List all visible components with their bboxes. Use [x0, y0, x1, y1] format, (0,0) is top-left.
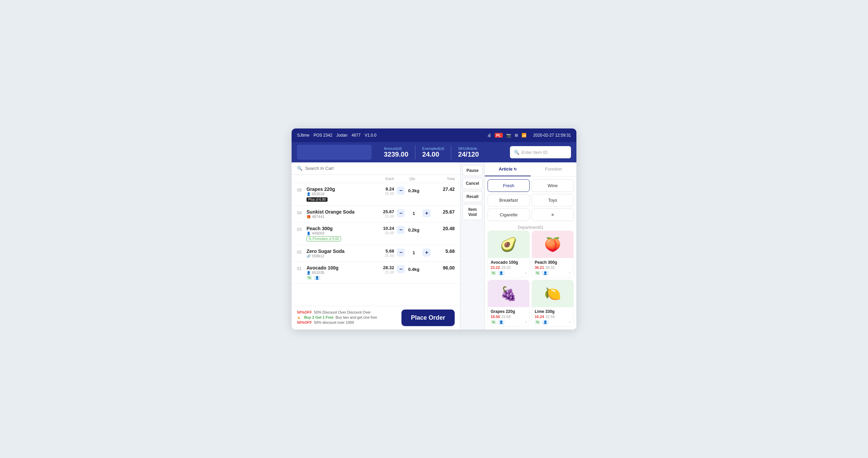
article-btn-breakfast[interactable]: Breakfast: [488, 194, 530, 206]
top-bar-icons: 🖨 PL 📷 ⊞ 📶: [487, 133, 527, 138]
promo-item: ▲Buy 2 Get 1 Free Buy two and get one fr…: [297, 315, 397, 319]
version-label: V1.0.0: [364, 133, 376, 138]
promo-tag: 50%OFF: [297, 320, 312, 324]
col-name-header: [297, 177, 370, 181]
promo-tag: Buy 2 Get 1 Free: [304, 315, 334, 319]
table-row: 01 Avocado 100g 👤 651535 % 👤 28.32 25.00…: [292, 262, 460, 284]
badge-person: 👤: [498, 320, 505, 324]
chevron-right-icon: ›: [525, 320, 527, 324]
item-number: 04: [297, 209, 304, 215]
price-orig: 22.68: [501, 315, 511, 319]
item-sku: 🔗 558612: [307, 254, 370, 258]
product-card-avocado-100g[interactable]: 🥑 Avocado 100g 23.22 28.32 % 👤 ›: [488, 231, 530, 278]
product-info: Peach 300g 36.21 38.32 % 👤 ›: [532, 258, 573, 277]
cart-search[interactable]: 🔍 Search In Cart: [292, 162, 460, 175]
product-info: Grapes 220g 18.56 22.68 % 👤 ›: [488, 307, 529, 326]
cart-header-row: Each Qty Total: [292, 175, 460, 183]
exempted-block: Exempted(zł) 24.00: [415, 145, 451, 160]
item-name: Grapes 220g: [307, 186, 370, 192]
product-card-grapes-220g[interactable]: 🍇 Grapes 220g 18.56 22.68 % 👤 ›: [488, 280, 530, 327]
chevron-right-icon: ›: [525, 271, 527, 275]
qty-plus-button[interactable]: +: [422, 248, 431, 257]
pos-container: SJtime POS 2342 Jodan 4677 V1.0.0 🖨 PL 📷…: [292, 128, 576, 330]
item-base-price: 25.00: [373, 270, 394, 274]
language-badge[interactable]: PL: [495, 133, 503, 138]
item-id-input[interactable]: 🔍 Enter Item ID: [510, 146, 571, 158]
grid-icon[interactable]: ⊞: [515, 133, 518, 138]
sku-block: SKU/Article 24/120: [451, 145, 486, 160]
product-image: 🍋: [532, 280, 573, 307]
price-sale: 16.24: [535, 315, 544, 319]
product-card-lime-330g[interactable]: 🍋 Lime 330g 16.24 32.56 % 👤 ›: [532, 280, 574, 327]
item-base-price: 25.00: [373, 254, 394, 258]
item-sku: 👤 651535: [307, 271, 370, 275]
product-prices: 16.24 32.56: [535, 315, 571, 319]
badge-icons: % 👤: [491, 271, 505, 275]
tab-function[interactable]: Function: [531, 162, 576, 176]
item-details: Grapes 220g 👤 653518 Plus zł 6.90: [307, 186, 370, 202]
badge-icons: % 👤: [535, 271, 549, 275]
pos-label: POS 2342: [314, 133, 332, 138]
item-qty-value: 0.3kg: [407, 188, 420, 193]
product-badges: % 👤 ›: [491, 271, 527, 275]
badge-percent: %: [491, 271, 496, 275]
col-each-header: Each: [370, 177, 394, 181]
table-row: 04 Sunkist Orange Soda 🎁 487441 25.67 25…: [292, 206, 460, 222]
qty-minus-button[interactable]: −: [397, 226, 405, 234]
item-each: 9.24 25.00: [373, 186, 394, 196]
item-details: Avocado 100g 👤 651535 % 👤: [307, 265, 370, 280]
qty-plus-button[interactable]: +: [422, 209, 431, 217]
product-image: 🍇: [488, 280, 529, 307]
article-btn-wine[interactable]: Wine: [532, 179, 574, 192]
qty-minus-button[interactable]: −: [397, 209, 405, 217]
action-item-void-button[interactable]: Item Void: [462, 204, 482, 220]
tab-article[interactable]: Article ↻: [485, 162, 531, 176]
badge-icons: % 👤: [535, 320, 549, 324]
bottom-bar: 50%OFF 50% Discount Over Discount Over▲B…: [292, 306, 460, 330]
product-image: 🥑: [488, 231, 529, 258]
qty-minus-button[interactable]: −: [397, 186, 405, 195]
product-card-peach-300g[interactable]: 🍑 Peach 300g 36.21 38.32 % 👤 ›: [532, 231, 574, 278]
item-number: 03: [297, 226, 304, 232]
operator-label: Jodan: [336, 133, 348, 138]
price-sale: 23.22: [491, 265, 500, 270]
price-sale: 18.56: [491, 315, 500, 319]
top-bar: SJtime POS 2342 Jodan 4677 V1.0.0 🖨 PL 📷…: [292, 128, 576, 142]
place-order-button[interactable]: Place Order: [401, 310, 455, 326]
article-btn-cigarette[interactable]: Cigarette: [488, 208, 530, 221]
product-badges: % 👤 ›: [535, 271, 571, 275]
product-image: 🍑: [532, 231, 573, 258]
item-promo-badge: % Promotion zł 9.00: [307, 236, 341, 241]
promo-desc: 50% Discount Over Discount Over: [314, 310, 371, 314]
sku-icon: 👤: [307, 192, 311, 196]
item-qty-control: − 1 +: [397, 209, 431, 217]
totals-section: Amount(zł) 3239.00 Exempted(zł) 24.00 SK…: [377, 145, 510, 160]
action-pause-button[interactable]: Pause: [462, 165, 482, 176]
item-qty-control: − 0.2kg: [397, 226, 431, 234]
item-details: Zero Sugar Soda 🔗 558612: [307, 248, 370, 258]
item-each: 5.68 25.00: [373, 248, 394, 258]
col-total-header: Total: [430, 177, 455, 181]
dept-label: Department01: [485, 224, 576, 231]
qty-minus-button[interactable]: −: [397, 265, 405, 273]
badge-person: 👤: [542, 271, 549, 275]
exempted-value: 24.00: [422, 151, 444, 158]
article-btn-fresh[interactable]: Fresh: [488, 179, 530, 192]
promotions-list: 50%OFF 50% Discount Over Discount Over▲B…: [297, 310, 397, 325]
article-buttons-grid: FreshWineBreakfastToysCigarette≡: [485, 177, 576, 224]
camera-icon[interactable]: 📷: [506, 133, 511, 138]
promo-tag: 50%OFF: [297, 310, 312, 314]
article-btn-≡[interactable]: ≡: [532, 208, 574, 221]
printer-icon[interactable]: 🖨: [487, 133, 491, 138]
action-recall-button[interactable]: Recall: [462, 191, 482, 202]
sjtime-label: SJtime: [297, 133, 310, 138]
wifi-icon[interactable]: 📶: [521, 133, 527, 138]
action-cancel-button[interactable]: Cancel: [462, 178, 482, 189]
item-number: 05: [297, 186, 304, 193]
product-badges: % 👤 ›: [491, 320, 527, 324]
article-btn-toys[interactable]: Toys: [532, 194, 574, 206]
qty-minus-button[interactable]: −: [397, 248, 405, 257]
price-sale: 36.21: [535, 265, 544, 270]
product-grid: 🥑 Avocado 100g 23.22 28.32 % 👤 › 🍑 Peach…: [485, 231, 576, 330]
sku-icon: 🔗: [307, 254, 311, 258]
